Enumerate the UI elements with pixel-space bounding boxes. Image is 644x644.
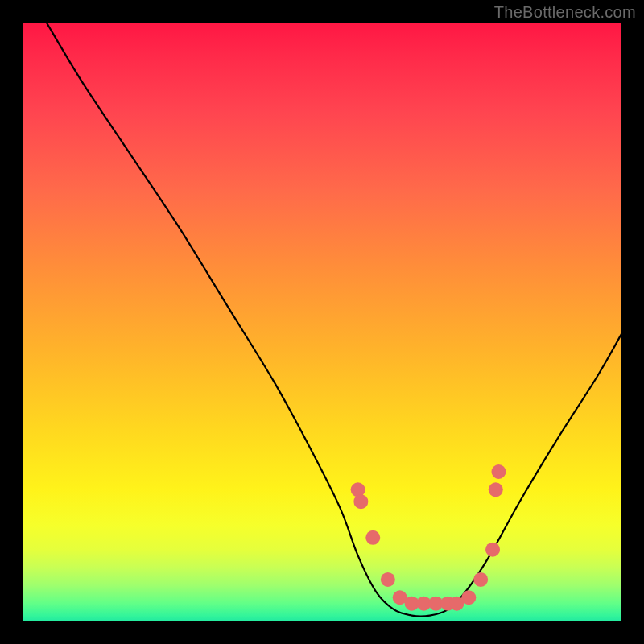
curve-marker-dot (485, 543, 500, 557)
bottleneck-curve (47, 23, 621, 616)
watermark-text: TheBottleneck.com (494, 3, 636, 22)
bottleneck-chart-svg (23, 23, 621, 621)
curve-marker-dot (353, 494, 368, 509)
curve-marker-dot (365, 530, 380, 545)
chart-frame: TheBottleneck.com (0, 0, 644, 644)
curve-marker-dot (461, 590, 476, 605)
curve-marker-dot (381, 572, 395, 587)
plot-area (23, 23, 621, 621)
curve-marker-dot (491, 464, 506, 479)
curve-marker-dot (473, 572, 488, 587)
curve-marker-dot (489, 482, 503, 497)
